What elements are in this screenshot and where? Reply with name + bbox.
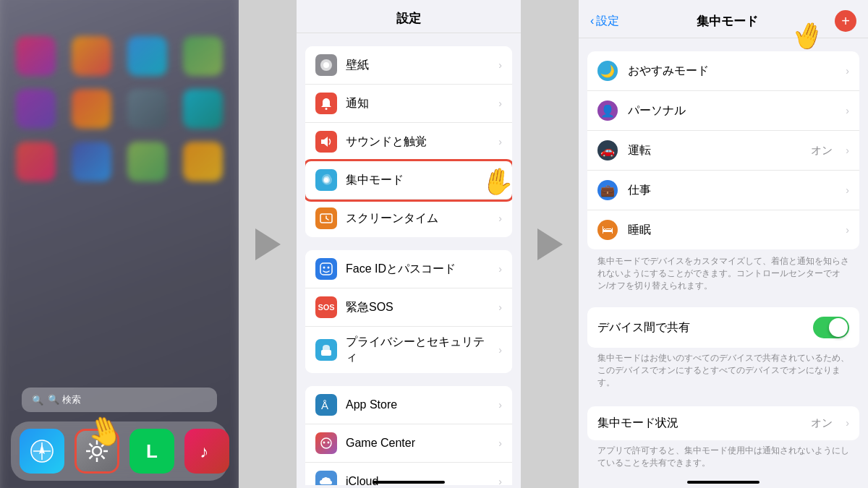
status-label: 集中モード状況 [597,416,801,431]
dock-icon-safari[interactable] [20,429,64,474]
list-item [182,142,224,181]
table-row[interactable]: 👤 パーソナル › [587,91,859,131]
table-row[interactable]: 通知 › [305,85,512,123]
app-icon-blur [72,89,111,129]
svg-point-23 [328,267,330,269]
arrow-shape-2 [537,228,563,260]
focus-mode-value-drive: オン [811,144,833,158]
moon-icon: 🌙 [597,61,618,81]
chevron-icon: › [498,437,502,449]
plus-icon: + [841,13,850,30]
table-row[interactable]: 💼 仕事 › [587,171,859,210]
app-icon-blur [127,89,167,129]
arrow-shape-1 [255,228,281,260]
faceid-icon [315,258,337,280]
table-row[interactable]: 壁紙 › [305,46,512,85]
svg-point-19 [324,178,328,182]
svg-rect-24 [321,350,331,356]
status-row[interactable]: 集中モード状況 オン › [587,406,859,440]
app-icon-blur [16,36,56,76]
focus-mode-label-sleep: おやすみモード [628,64,835,79]
focus-modes-list: 🌙 おやすみモード › 👤 パーソナル › 🚗 運転 オン › 💼 仕事 › 🛏… [587,51,859,249]
list-item [182,36,224,76]
table-row[interactable]: 🛏 睡眠 › [587,210,859,249]
table-row[interactable]: SOS 緊急SOS › [305,288,512,327]
status-desc: アプリで許可すると、集中モード使用中は通知されないようにしていることを共有できま… [587,440,859,476]
settings-label-focus: 集中モード [346,173,490,188]
app-icon-blur [16,142,56,181]
search-icon: 🔍 [32,395,43,406]
focus-mode-label-bedtime: 睡眠 [628,223,835,238]
chevron-icon: › [498,476,502,485]
focus-title: 集中モード [697,13,758,30]
line-icon: L [129,429,174,474]
chevron-icon: › [498,301,502,313]
focus-share-section: デバイス間で共有 [587,307,859,348]
table-row[interactable]: Face IDとパスコード › [305,250,512,288]
table-row[interactable]: 🚗 運転 オン › [587,131,859,171]
gamecenter-icon [315,432,337,454]
chevron-icon: › [846,65,849,77]
svg-point-26 [321,438,331,448]
search-bar[interactable]: 🔍 🔍 検索 [22,388,217,412]
table-row[interactable]: Å App Store › [305,386,512,424]
list-item [14,89,57,129]
focus-mode-label-drive: 運転 [628,143,801,158]
settings-label-gamecenter: Game Center [346,437,490,450]
briefcase-icon: 💼 [597,180,618,200]
svg-point-17 [326,108,328,110]
chevron-icon: › [498,263,502,275]
chevron-icon: › [498,399,502,411]
chevron-icon: › [498,136,502,147]
settings-group-3: Å App Store › Game Center › [305,386,512,485]
chevron-icon: › [498,344,502,356]
share-toggle-label: デバイス間で共有 [597,320,803,335]
svg-point-16 [323,62,329,68]
dock-icon-music[interactable]: ♪ [184,429,229,474]
app-icon-blur [72,142,111,181]
settings-label-privacy: プライバシーとセキュリティ [346,335,490,365]
arrow-1 [239,0,297,488]
focus-mode-label-personal: パーソナル [628,103,835,119]
chevron-icon: › [846,145,849,156]
chevron-icon: › [846,184,849,196]
svg-point-22 [323,267,326,269]
table-row[interactable]: サウンドと触覚 › [305,123,512,161]
privacy-icon [315,339,337,361]
share-toggle-desc: 集中モードはお使いのすべてのデバイスで共有されているため、このデバイスでオンにす… [587,348,859,395]
table-row[interactable]: 🌙 おやすみモード › [587,51,859,91]
home-indicator-focus [687,481,760,484]
back-label: 設定 [596,14,619,29]
search-area[interactable]: 🔍 🔍 検索 [22,388,217,412]
svg-rect-21 [320,263,332,275]
back-button[interactable]: ‹ 設定 [590,14,619,29]
list-item [182,89,224,129]
person-icon: 👤 [597,100,618,121]
table-row[interactable]: スクリーンタイム › [305,200,512,237]
settings-panel: 設定 壁紙 › [297,0,521,488]
table-row[interactable]: Game Center › [305,424,512,463]
svg-line-13 [90,455,93,458]
settings-label-sos: 緊急SOS [346,300,490,315]
svg-line-11 [101,455,104,458]
table-row[interactable]: プライバシーとセキュリティ › [305,327,512,373]
notification-icon [315,93,337,114]
settings-label-faceid: Face IDとパスコード [346,262,490,277]
dock-icon-line[interactable]: L [129,429,174,474]
status-value: オン [811,416,833,430]
sos-icon: SOS [315,296,337,318]
focus-mode-label-work: 仕事 [628,183,835,198]
home-app-grid [14,36,224,181]
focus-description: 集中モードでデバイスをカスタマイズして、着信と通知を知らされないようにすることが… [587,249,859,297]
share-toggle-switch[interactable] [813,317,849,338]
share-toggle-row: デバイス間で共有 [587,307,859,348]
focus-mode-icon [315,169,337,191]
screentime-icon [315,207,337,229]
app-icon-blur [127,142,167,181]
svg-point-27 [323,442,326,444]
list-item [126,89,169,129]
chevron-icon: › [846,224,849,236]
svg-marker-18 [321,137,328,147]
add-focus-button[interactable]: + [835,10,856,32]
arrow-2 [521,0,579,488]
